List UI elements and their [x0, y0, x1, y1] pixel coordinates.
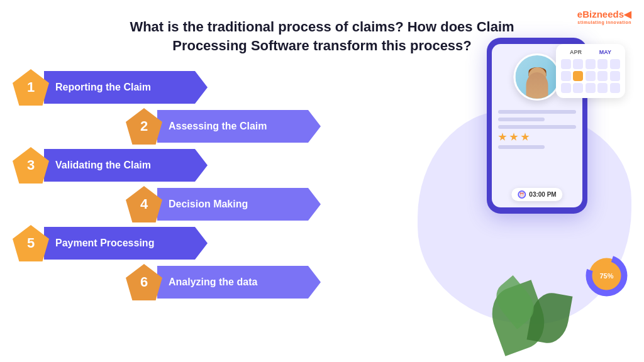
step-3-number: 3 — [27, 157, 35, 173]
avatar-body — [526, 72, 548, 99]
step-4-number: 4 — [140, 196, 148, 212]
illustration: ✓ ⏰ 03:00 PM APR MAY — [399, 0, 644, 362]
cal-cell-12 — [573, 83, 583, 93]
cal-cell-6 — [561, 71, 571, 81]
cal-cell-highlight — [573, 71, 583, 81]
step-5-number: 5 — [27, 235, 35, 251]
step-4-label: Decision Making — [169, 199, 248, 210]
calendar-grid — [561, 59, 620, 93]
donut-label: 75% — [599, 272, 613, 280]
step-row-1: 1 Reporting the Claim — [13, 69, 402, 106]
star-3 — [521, 133, 530, 141]
cal-cell-11 — [561, 83, 571, 93]
time-text: 03:00 PM — [529, 191, 556, 198]
cal-cell-3 — [586, 59, 596, 69]
steps-list: 1 Reporting the Claim 2 Assessing the Cl… — [13, 69, 402, 303]
star-rating — [498, 133, 576, 141]
step-1-banner: Reporting the Claim — [44, 71, 208, 104]
step-row-6: 6 Analyzing the data — [126, 264, 402, 300]
star-1 — [498, 133, 507, 141]
cal-cell-13 — [586, 83, 596, 93]
cal-cell-8 — [586, 71, 596, 81]
step-5-label: Payment Processing — [55, 238, 154, 249]
cal-cell-1 — [561, 59, 571, 69]
clock-icon: ⏰ — [518, 190, 526, 199]
step-1-label: Reporting the Claim — [55, 82, 151, 93]
calendar-card: APR MAY — [556, 44, 625, 98]
cal-cell-14 — [597, 83, 608, 93]
step-4-banner: Decision Making — [157, 188, 321, 221]
step-2-pentagon: 2 — [126, 108, 162, 145]
step-6-number: 6 — [140, 274, 148, 290]
cal-cell-2 — [573, 59, 583, 69]
cal-cell-15 — [610, 83, 620, 93]
step-row-4: 4 Decision Making — [126, 186, 402, 222]
cal-month-apr: APR — [570, 49, 582, 55]
content-line-2 — [498, 118, 545, 121]
step-5-pentagon: 5 — [13, 225, 49, 261]
donut-chart: 75% — [583, 252, 630, 299]
step-2-banner: Assessing the Claim — [157, 110, 321, 143]
step-row-3: 3 Validating the Claim — [13, 147, 402, 184]
step-3-label: Validating the Claim — [55, 160, 151, 171]
step-row-2: 2 Assessing the Claim — [126, 108, 402, 145]
content-line-1 — [498, 110, 576, 114]
step-row-5: 5 Payment Processing — [13, 225, 402, 261]
step-3-pentagon: 3 — [13, 147, 49, 184]
cal-month-may: MAY — [599, 49, 611, 55]
calendar-header: APR MAY — [561, 49, 620, 55]
cal-cell-4 — [597, 59, 608, 69]
phone-content-lines — [498, 110, 576, 153]
star-2 — [509, 133, 518, 141]
avatar — [514, 53, 561, 101]
step-1-number: 1 — [27, 79, 35, 96]
step-5-banner: Payment Processing — [44, 227, 208, 260]
step-1-pentagon: 1 — [13, 69, 49, 106]
cal-cell-10 — [610, 71, 620, 81]
time-badge: ⏰ 03:00 PM — [511, 188, 562, 201]
step-6-banner: Analyzing the data — [157, 266, 321, 299]
cal-cell-5 — [610, 59, 620, 69]
step-3-banner: Validating the Claim — [44, 149, 208, 182]
content-line-4 — [498, 145, 545, 149]
step-2-number: 2 — [140, 118, 148, 134]
cal-cell-9 — [597, 71, 608, 81]
content-line-3 — [498, 125, 576, 129]
step-6-label: Analyzing the data — [169, 277, 257, 288]
step-2-label: Assessing the Claim — [169, 121, 267, 132]
step-4-pentagon: 4 — [126, 186, 162, 222]
step-6-pentagon: 6 — [126, 264, 162, 300]
